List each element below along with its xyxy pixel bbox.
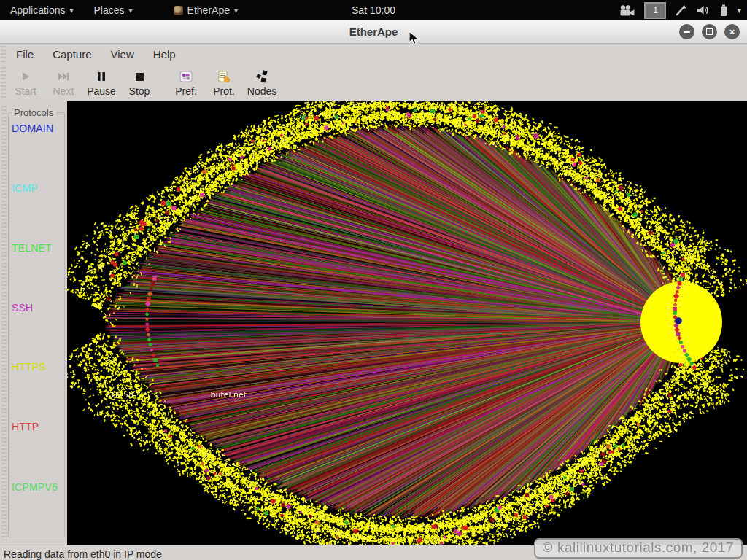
start-button[interactable]: Start [7, 65, 44, 101]
menu-file[interactable]: File [7, 45, 43, 63]
status-text: Reading data from eth0 in IP mode [4, 548, 162, 560]
next-button[interactable]: Next [44, 65, 82, 101]
protocol-item-icpmpv6: ICPMPV6 [12, 481, 58, 493]
network-pen-icon[interactable] [675, 4, 687, 16]
protocol-item-http: HTTP [12, 421, 39, 432]
protocol-item-icmp: ICMP [12, 182, 38, 194]
screen-recorder-icon[interactable] [619, 4, 635, 17]
toolbar-grip-handle[interactable] [1, 67, 6, 99]
window-titlebar[interactable]: EtherApe × [0, 20, 747, 44]
minimize-button[interactable] [679, 24, 694, 39]
volume-icon[interactable] [696, 4, 711, 16]
panel-system-tray: 1 ▾ [619, 0, 741, 20]
chevron-down-icon: ▾ [129, 7, 133, 15]
chevron-down-icon: ▾ [234, 7, 238, 15]
protocols-hand-icon [217, 69, 231, 84]
minimize-icon [684, 31, 690, 33]
etherape-app-icon [174, 6, 183, 15]
menu-bar: File Capture View Help [0, 44, 747, 65]
protocol-item-telnet: TELNET [12, 242, 52, 254]
app-menu-label: EtherApe [187, 4, 230, 16]
pause-button[interactable]: Pause [82, 65, 120, 101]
stop-icon [135, 69, 144, 84]
preferences-sliders-icon [179, 69, 193, 84]
protocols-sidebar: Protocols DOMAIN ICMP TELNET SSH HTTPS H… [0, 101, 67, 545]
protocol-item-https: HTTPS [12, 361, 46, 373]
protocol-item-ssh: SSH [12, 302, 33, 314]
protocols-frame [8, 112, 65, 537]
maximize-button[interactable] [702, 24, 717, 39]
applications-menu-label: Applications [10, 4, 66, 16]
menubar-grip-handle[interactable] [1, 46, 6, 63]
menu-help[interactable]: Help [144, 45, 185, 63]
menu-capture[interactable]: Capture [43, 45, 101, 63]
watermark-badge: © kalilinuxtutorials.com, 2017 [534, 538, 743, 559]
mouse-cursor [409, 31, 420, 50]
panel-clock[interactable]: Sat 10:00 [352, 4, 395, 16]
preferences-button[interactable]: Pref. [167, 65, 205, 101]
gnome-top-panel: Applications ▾ Places ▾ EtherApe ▾ Sat 1… [0, 0, 747, 20]
places-menu[interactable]: Places ▾ [84, 0, 143, 20]
network-graph-canvas[interactable] [67, 101, 747, 545]
close-button[interactable]: × [724, 24, 740, 39]
protocol-item-domain: DOMAIN [12, 122, 53, 134]
chevron-down-icon: ▾ [70, 7, 74, 15]
play-icon [20, 69, 31, 84]
battery-icon[interactable] [719, 4, 728, 17]
menu-view[interactable]: View [101, 45, 144, 63]
nodes-dots-icon [255, 69, 268, 84]
system-menu-caret-icon[interactable]: ▾ [737, 6, 741, 15]
main-area: Protocols DOMAIN ICMP TELNET SSH HTTPS H… [0, 101, 747, 545]
stop-button[interactable]: Stop [120, 65, 158, 101]
protocols-header: Protocols [12, 107, 55, 118]
skip-next-icon [58, 69, 69, 84]
applications-menu[interactable]: Applications ▾ [0, 0, 84, 20]
window-title: EtherApe [349, 26, 398, 38]
sidebar-grip-handle[interactable] [1, 106, 7, 540]
desktop: Applications ▾ Places ▾ EtherApe ▾ Sat 1… [0, 0, 747, 560]
places-menu-label: Places [94, 4, 125, 16]
pause-icon [97, 69, 106, 84]
network-graph-area [67, 101, 747, 545]
workspace-indicator[interactable]: 1 [644, 2, 666, 19]
app-menu-etherape[interactable]: EtherApe ▾ [163, 0, 248, 20]
tool-bar: Start Next Pause Stop [0, 65, 747, 101]
maximize-icon [706, 28, 713, 35]
protocols-button[interactable]: Prot. [205, 65, 243, 101]
close-icon: × [729, 27, 735, 36]
nodes-button[interactable]: Nodes [243, 65, 281, 101]
